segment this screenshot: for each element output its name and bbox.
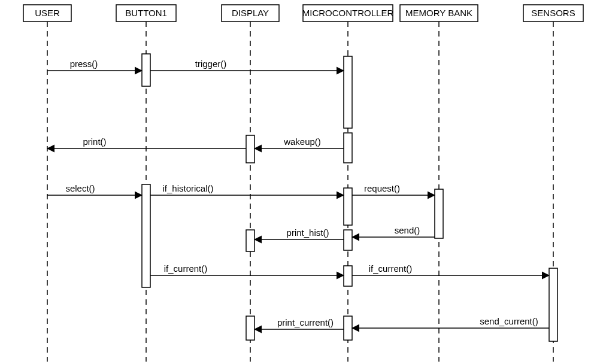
activation-membank-1 — [435, 189, 443, 238]
activation-sensors-1 — [549, 268, 557, 341]
participant-memory-bank-label: MEMORY BANK — [405, 8, 472, 18]
msg-send-current-label: send_current() — [480, 316, 538, 326]
msg-trigger-label: trigger() — [195, 59, 227, 69]
msg-press-label: press() — [70, 59, 98, 69]
participant-memory-bank: MEMORY BANK — [400, 5, 478, 22]
participant-sensors: SENSORS — [523, 5, 583, 22]
sequence-diagram: USER BUTTON1 DISPLAY MICROCONTROLLER MEM… — [0, 0, 597, 364]
msg-print-label: print() — [83, 136, 106, 147]
msg-if-current-2-label: if_current() — [369, 263, 413, 274]
activation-mcu-3 — [344, 188, 352, 225]
activation-display-3 — [246, 316, 254, 340]
activation-display-2 — [246, 230, 254, 251]
activation-mcu-2 — [344, 133, 352, 163]
activation-mcu-5 — [344, 266, 352, 286]
participant-microcontroller-label: MICROCONTROLLER — [302, 8, 394, 18]
participant-button1-label: BUTTON1 — [125, 8, 167, 18]
msg-wakeup-label: wakeup() — [283, 136, 321, 147]
msg-request-label: request() — [364, 183, 400, 193]
activation-display-1 — [246, 135, 254, 163]
activation-mcu-4 — [344, 230, 352, 250]
msg-print-hist-label: print_hist() — [287, 228, 329, 238]
participant-button1: BUTTON1 — [116, 5, 176, 22]
participant-user-label: USER — [35, 8, 60, 18]
activation-mcu-1 — [344, 56, 352, 128]
participant-user: USER — [23, 5, 71, 22]
participant-microcontroller: MICROCONTROLLER — [302, 5, 394, 22]
participant-display: DISPLAY — [222, 5, 279, 22]
activation-button1-2 — [142, 184, 150, 287]
activation-button1-1 — [142, 54, 150, 86]
msg-select-label: select() — [65, 183, 95, 193]
participant-display-label: DISPLAY — [232, 8, 269, 18]
msg-send-label: send() — [395, 225, 420, 235]
msg-if-historical-label: if_historical() — [162, 183, 213, 193]
msg-if-current-1-label: if_current() — [164, 263, 208, 274]
participant-sensors-label: SENSORS — [531, 8, 575, 18]
activation-mcu-6 — [344, 316, 352, 340]
msg-print-current-label: print_current() — [277, 317, 334, 327]
